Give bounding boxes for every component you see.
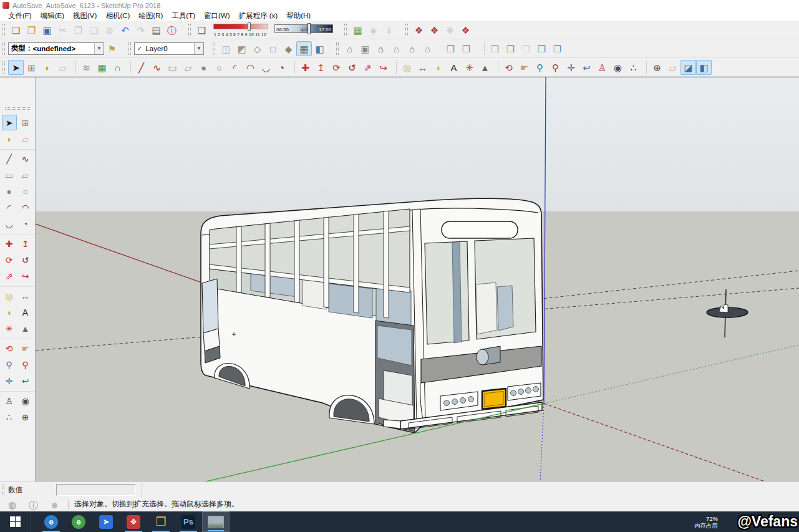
pie-tool[interactable]: ◔: [274, 60, 289, 75]
toolbar-grip[interactable]: [2, 484, 4, 495]
back-view-button[interactable]: ⌂: [404, 41, 420, 56]
shaded-textures-style-button[interactable]: ▦: [296, 41, 312, 56]
menu-file[interactable]: 文件(F): [4, 11, 36, 21]
scale-tool[interactable]: ⇗: [2, 268, 17, 284]
polygon-tool[interactable]: ○: [18, 183, 33, 199]
push-pull-tool[interactable]: ↥: [313, 60, 329, 75]
taskbar-sketchup-icon[interactable]: ❖: [120, 511, 147, 532]
arc-tool[interactable]: ◜: [2, 200, 17, 215]
line-tool[interactable]: ╱: [2, 151, 17, 167]
axes-tool[interactable]: ✳: [462, 60, 477, 75]
zoom-window-tool[interactable]: ⚲: [548, 60, 563, 75]
offset-tool[interactable]: ↪: [18, 268, 33, 284]
shaded-style-button[interactable]: ◆: [281, 41, 296, 56]
orbit-tool[interactable]: ⟲: [501, 60, 516, 75]
front-view-button[interactable]: ⌂: [373, 41, 389, 56]
taskbar-explorer-icon[interactable]: ❒: [147, 511, 175, 532]
viewport-canvas[interactable]: [36, 77, 799, 481]
toolbar-grip[interactable]: [2, 61, 5, 74]
monochrome-style-button[interactable]: ◧: [312, 41, 327, 56]
paint-bucket-tool[interactable]: ◗: [39, 60, 55, 75]
memory-usage-badge[interactable]: 72% 内存占用: [694, 515, 718, 529]
component-edit-button-3[interactable]: ❒: [487, 41, 503, 56]
walk-tool[interactable]: ∴: [2, 409, 17, 425]
redo-button[interactable]: ↷: [133, 22, 148, 37]
taskbar-ie-icon[interactable]: e: [37, 511, 65, 532]
menu-draw[interactable]: 绘图(R): [134, 11, 167, 21]
left-view-button[interactable]: ⌂: [420, 41, 435, 56]
look-around-tool[interactable]: ◉: [610, 60, 626, 75]
extension-button-1[interactable]: ❖: [411, 22, 427, 37]
toolbar-grip[interactable]: [405, 24, 408, 36]
rectangle-tool[interactable]: ▭: [165, 60, 180, 75]
status-signin-icon[interactable]: ☻: [47, 497, 62, 512]
top-view-button[interactable]: ▣: [357, 41, 373, 56]
freehand-tool[interactable]: ∿: [18, 151, 33, 167]
tape-measure-tool[interactable]: ◎: [2, 288, 17, 304]
arc-tool[interactable]: ◜: [227, 60, 243, 75]
toolbar-grip[interactable]: [336, 42, 339, 55]
eraser-tool[interactable]: ▱: [55, 60, 70, 75]
paste-button[interactable]: ❏: [86, 22, 102, 37]
protractor-tool[interactable]: ◖: [2, 304, 17, 320]
print-button[interactable]: ▤: [148, 22, 164, 37]
protractor-tool[interactable]: ◖: [430, 60, 446, 75]
polygon-tool[interactable]: ○: [211, 60, 227, 75]
rotate-tool[interactable]: ⟳: [329, 60, 344, 75]
position-camera-tool[interactable]: ♙: [2, 393, 17, 409]
line-tool[interactable]: ╱: [133, 60, 149, 75]
taskbar-active-window[interactable]: [202, 511, 230, 532]
freehand-tool[interactable]: ∿: [149, 60, 165, 75]
3d-text-tool[interactable]: ▲: [477, 60, 493, 75]
zoom-previous-tool[interactable]: ↩: [579, 60, 594, 75]
eraser-tool[interactable]: ▱: [18, 131, 33, 147]
sandbox-smoove-tool[interactable]: ∩: [110, 60, 125, 75]
toolbar-grip[interactable]: [2, 42, 5, 55]
chevron-down-icon[interactable]: ▼: [194, 43, 203, 54]
right-view-button[interactable]: ⌂: [389, 41, 404, 56]
copy-button[interactable]: ❐: [70, 22, 86, 37]
delete-button[interactable]: ⊘: [102, 22, 117, 37]
bus-model[interactable]: [201, 198, 543, 433]
open-file-button[interactable]: ❐: [24, 22, 39, 37]
menu-extensions[interactable]: 扩展程序 (x): [235, 11, 283, 21]
menu-tools[interactable]: 工具(T): [167, 11, 200, 21]
taskbar-360-browser-icon[interactable]: e: [65, 511, 92, 532]
component-edit-button-7[interactable]: ❒: [550, 41, 565, 56]
undo-button[interactable]: ↶: [117, 22, 133, 37]
toolbar-grip[interactable]: [344, 24, 347, 36]
taskbar-photoshop-icon[interactable]: Ps: [175, 511, 202, 532]
select-tool[interactable]: ➤: [2, 115, 17, 130]
zoom-tool[interactable]: ⚲: [2, 357, 17, 372]
layers-dropdown[interactable]: ✓ Layer0 ▼: [134, 42, 204, 55]
display-section-fill-button[interactable]: ◧: [696, 60, 712, 75]
section-plane-tool[interactable]: ⊕: [649, 60, 665, 75]
menu-view[interactable]: 视图(V): [69, 11, 101, 21]
extension-button-4[interactable]: ❖: [458, 22, 473, 37]
toolbar-grip[interactable]: [188, 24, 191, 36]
two-point-arc-tool[interactable]: ◠: [18, 200, 33, 215]
make-component-tool[interactable]: ⊞: [24, 60, 39, 75]
classifier-tag-icon[interactable]: ⚑: [104, 41, 120, 56]
display-section-planes-button[interactable]: ▱: [665, 60, 680, 75]
follow-me-tool[interactable]: ↺: [344, 60, 360, 75]
circle-tool[interactable]: ●: [196, 60, 211, 75]
measurements-input[interactable]: [56, 484, 136, 496]
pie-tool[interactable]: ◔: [18, 216, 33, 231]
rectangle-tool[interactable]: ▭: [2, 167, 17, 183]
toggle-terrain-button[interactable]: ◈: [366, 22, 381, 37]
make-component-tool[interactable]: ⊞: [18, 115, 33, 130]
dimension-tool[interactable]: ↔: [18, 288, 33, 304]
iso-view-button[interactable]: ⌂: [342, 41, 357, 56]
pan-tool[interactable]: ☛: [516, 60, 532, 75]
zoom-window-tool[interactable]: ⚲: [18, 357, 33, 372]
circle-tool[interactable]: ●: [2, 183, 17, 199]
zoom-tool[interactable]: ⚲: [532, 60, 548, 75]
offset-tool[interactable]: ↪: [375, 60, 391, 75]
rotate-tool[interactable]: ⟳: [2, 252, 17, 268]
zoom-extents-tool[interactable]: ✛: [2, 373, 17, 389]
hidden-line-style-button[interactable]: □: [265, 41, 281, 56]
scale-tool[interactable]: ⇗: [360, 60, 375, 75]
three-point-arc-tool[interactable]: ◡: [2, 216, 17, 231]
toolbar-grip[interactable]: [5, 107, 30, 110]
